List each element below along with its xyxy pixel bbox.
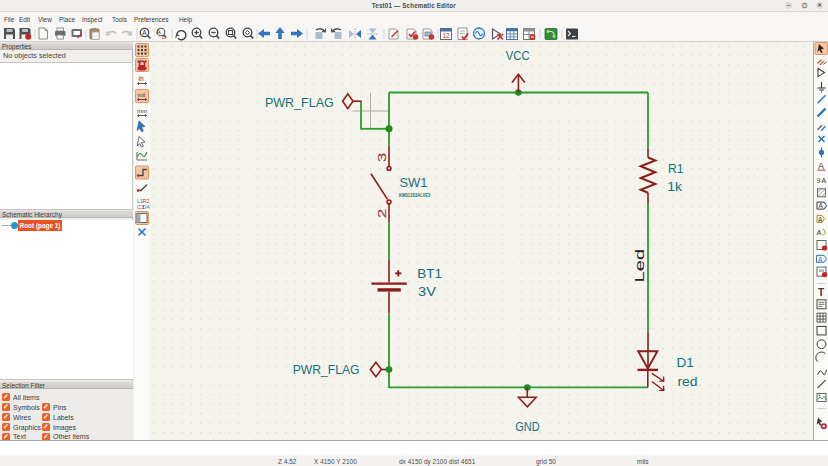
svg-text:A: A: [822, 177, 827, 184]
svg-text:mil: mil: [138, 92, 146, 98]
svg-text:BT1: BT1: [417, 266, 442, 281]
svg-text:1k: 1k: [667, 179, 682, 194]
svg-text:red: red: [677, 374, 697, 389]
svg-text:A: A: [818, 256, 823, 263]
svg-text:in: in: [139, 75, 144, 82]
svg-text:3V: 3V: [418, 284, 436, 299]
svg-text:A: A: [142, 29, 147, 36]
svg-text:R1: R1: [668, 161, 684, 176]
svg-text:A: A: [817, 228, 822, 237]
svg-text:9: 9: [817, 177, 821, 184]
svg-text:VCC: VCC: [506, 48, 530, 63]
svg-text:KM011S3ALVE3: KM011S3ALVE3: [399, 193, 431, 198]
svg-text:GND: GND: [515, 419, 539, 434]
svg-text:D4: D4: [143, 204, 150, 210]
svg-text:2: 2: [376, 209, 388, 219]
svg-text:SW1: SW1: [400, 175, 428, 190]
svg-text:mm: mm: [137, 108, 147, 114]
svg-text:PWR_FLAG: PWR_FLAG: [293, 362, 360, 377]
svg-text:12: 12: [443, 32, 451, 39]
svg-text:Led: Led: [633, 249, 647, 283]
svg-text:A: A: [818, 216, 823, 223]
svg-text:T: T: [818, 287, 824, 298]
svg-text:D1: D1: [677, 355, 694, 370]
svg-text:3: 3: [376, 153, 388, 163]
svg-text:A: A: [819, 202, 824, 209]
svg-text:PWR_FLAG: PWR_FLAG: [265, 95, 334, 110]
svg-text:A: A: [818, 161, 824, 171]
